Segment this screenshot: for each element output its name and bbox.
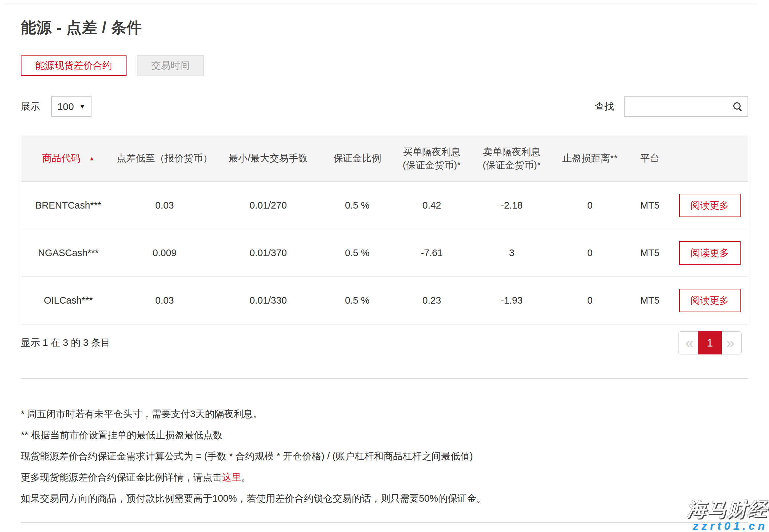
content-panel: 能源 - 点差 / 条件 能源现货差价合约 交易时间 展示 100 ▼ 查找 (4, 5, 757, 532)
footnote-swap-3days: * 周五闭市时若有未平仓头寸，需要支付3天的隔夜利息。 (21, 403, 748, 424)
cell-lots: 0.01/270 (214, 182, 323, 229)
cell-margin: 0.5 % (323, 277, 392, 324)
divider (21, 378, 748, 379)
table-row: BRENTCash*** 0.03 0.01/270 0.5 % 0.42 -2… (21, 182, 748, 229)
cell-buy-swap: -7.61 (392, 229, 472, 277)
cell-lots: 0.01/330 (214, 277, 323, 324)
cell-lots: 0.01/370 (214, 229, 323, 277)
table-row: OILCash*** 0.03 0.01/330 0.5 % 0.23 -1.9… (21, 277, 748, 324)
cell-platform: MT5 (628, 182, 672, 229)
column-header-platform[interactable]: 平台 (628, 135, 672, 182)
column-header-sell-swap[interactable]: 卖单隔夜利息 (保证金货币)* (472, 135, 552, 182)
tab-energy-spot-cfd-label: 能源现货差价合约 (35, 59, 112, 72)
table-footer: 显示 1 在 3 的 3 条目 « 1 » (21, 331, 748, 355)
cell-actions: 阅读更多 (672, 229, 748, 277)
footnote-link-prefix: 更多现货能源差价合约保证金比例详情，请点击 (21, 472, 222, 482)
instruments-table-wrap: 商品代码▲ 点差低至（报价货币） 最小/最大交易手数 保证金比例 买单隔夜利息 … (21, 135, 748, 324)
cell-actions: 阅读更多 (672, 277, 748, 324)
footnote-margin-details: 更多现货能源差价合约保证金比例详情，请点击这里。 (21, 467, 748, 488)
sort-asc-icon: ▲ (89, 155, 94, 162)
pagination-page-1[interactable]: 1 (698, 331, 722, 354)
column-header-spread[interactable]: 点差低至（报价货币） (116, 135, 214, 182)
cell-buy-swap: 0.42 (392, 182, 472, 229)
table-header-row: 商品代码▲ 点差低至（报价货币） 最小/最大交易手数 保证金比例 买单隔夜利息 … (21, 135, 748, 182)
page-size-value: 100 (57, 101, 74, 112)
footnotes: * 周五闭市时若有未平仓头寸，需要支付3天的隔夜利息。 ** 根据当前市价设置挂… (21, 403, 748, 509)
sell-swap-line1: 卖单隔夜利息 (472, 145, 552, 158)
table-controls: 展示 100 ▼ 查找 (21, 96, 748, 117)
cell-spread: 0.009 (116, 229, 214, 277)
entries-summary: 显示 1 在 3 的 3 条目 (21, 336, 110, 349)
tab-trading-hours-label: 交易时间 (151, 59, 189, 72)
cell-code: OILCash*** (21, 277, 116, 324)
page-size-select[interactable]: 100 ▼ (51, 96, 91, 117)
search-icon (733, 102, 743, 112)
read-more-button[interactable]: 阅读更多 (679, 241, 741, 265)
pagination-next-button[interactable]: » (719, 331, 742, 354)
cell-sell-swap: -1.93 (472, 277, 552, 324)
page-title: 能源 - 点差 / 条件 (21, 17, 748, 37)
cell-platform: MT5 (628, 277, 672, 324)
cell-buy-swap: 0.23 (392, 277, 472, 324)
pagination-prev-button[interactable]: « (678, 331, 701, 354)
column-header-actions (672, 135, 748, 182)
pagination: « 1 » (678, 331, 742, 354)
chevron-double-left-icon: « (685, 335, 693, 351)
column-header-lots[interactable]: 最小/最大交易手数 (214, 135, 323, 182)
tab-trading-hours[interactable]: 交易时间 (137, 55, 204, 76)
buy-swap-line2: (保证金货币)* (392, 158, 472, 172)
column-header-code-label: 商品代码 (42, 153, 80, 163)
column-header-code[interactable]: 商品代码▲ (21, 135, 116, 182)
cell-sell-swap: -2.18 (472, 182, 552, 229)
read-more-button[interactable]: 阅读更多 (679, 194, 741, 217)
cell-stop-distance: 0 (552, 277, 628, 324)
here-link[interactable]: 这里 (222, 472, 241, 482)
cell-spread: 0.03 (116, 182, 214, 229)
tab-bar: 能源现货差价合约 交易时间 (21, 55, 748, 76)
cell-margin: 0.5 % (323, 229, 392, 277)
cell-platform: MT5 (628, 229, 672, 277)
footnote-margin-formula: 现货能源差价合约保证金需求计算公式为 = (手数 * 合约规模 * 开仓价格) … (21, 446, 748, 467)
chevron-double-right-icon: » (726, 335, 734, 351)
footnote-link-suffix: 。 (241, 472, 251, 482)
cell-sell-swap: 3 (472, 229, 552, 277)
tab-energy-spot-cfd[interactable]: 能源现货差价合约 (21, 55, 126, 76)
footnote-stop-levels: ** 根据当前市价设置挂单的最低止损盈最低点数 (21, 424, 748, 446)
cell-code: BRENTCash*** (21, 182, 116, 229)
table-row: NGASCash*** 0.009 0.01/370 0.5 % -7.61 3… (21, 229, 748, 277)
show-entries-label: 展示 (21, 100, 40, 113)
buy-swap-line1: 买单隔夜利息 (392, 145, 472, 158)
column-header-margin[interactable]: 保证金比例 (323, 135, 392, 182)
search-box (624, 96, 748, 117)
search-label: 查找 (595, 100, 614, 113)
instruments-table: 商品代码▲ 点差低至（报价货币） 最小/最大交易手数 保证金比例 买单隔夜利息 … (21, 135, 748, 324)
cell-margin: 0.5 % (323, 182, 392, 229)
footnote-hedged-margin: 如果交易同方向的商品，预付款比例需要高于100%，若使用差价合约锁仓交易的话，则… (21, 488, 748, 509)
divider-bottom (21, 522, 748, 523)
sell-swap-line2: (保证金货币)* (472, 158, 552, 172)
column-header-buy-swap[interactable]: 买单隔夜利息 (保证金货币)* (392, 135, 472, 182)
read-more-button[interactable]: 阅读更多 (679, 289, 741, 312)
cell-actions: 阅读更多 (672, 182, 748, 229)
cell-code: NGASCash*** (21, 229, 116, 277)
cell-stop-distance: 0 (552, 229, 628, 277)
column-header-stop-distance[interactable]: 止盈损距离** (552, 135, 628, 182)
chevron-down-icon: ▼ (79, 103, 85, 110)
cell-stop-distance: 0 (552, 182, 628, 229)
cell-spread: 0.03 (116, 277, 214, 324)
search-input[interactable] (630, 101, 733, 112)
